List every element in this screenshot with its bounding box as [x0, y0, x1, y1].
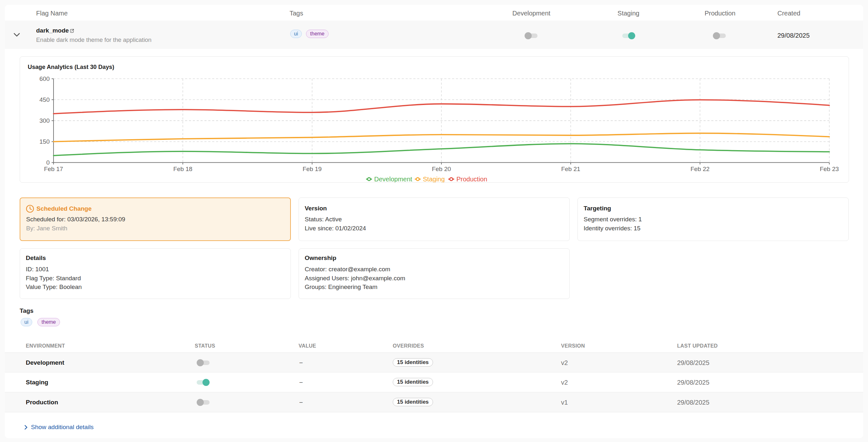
svg-text:450: 450 — [39, 96, 50, 103]
svg-text:Feb 18: Feb 18 — [173, 166, 192, 172]
svg-text:300: 300 — [39, 117, 50, 124]
svg-text:Development: Development — [374, 176, 412, 182]
svg-text:150: 150 — [39, 138, 50, 145]
svg-text:Feb 20: Feb 20 — [432, 166, 451, 172]
svg-text:Feb 21: Feb 21 — [561, 166, 580, 172]
svg-text:Feb 22: Feb 22 — [690, 166, 709, 172]
svg-text:600: 600 — [39, 75, 50, 82]
svg-text:Feb 17: Feb 17 — [44, 166, 63, 172]
svg-text:0: 0 — [46, 159, 50, 166]
svg-text:Feb 19: Feb 19 — [303, 166, 321, 172]
svg-text:Staging: Staging — [423, 176, 445, 182]
svg-text:Feb 23: Feb 23 — [819, 166, 839, 172]
svg-text:Production: Production — [457, 176, 488, 182]
